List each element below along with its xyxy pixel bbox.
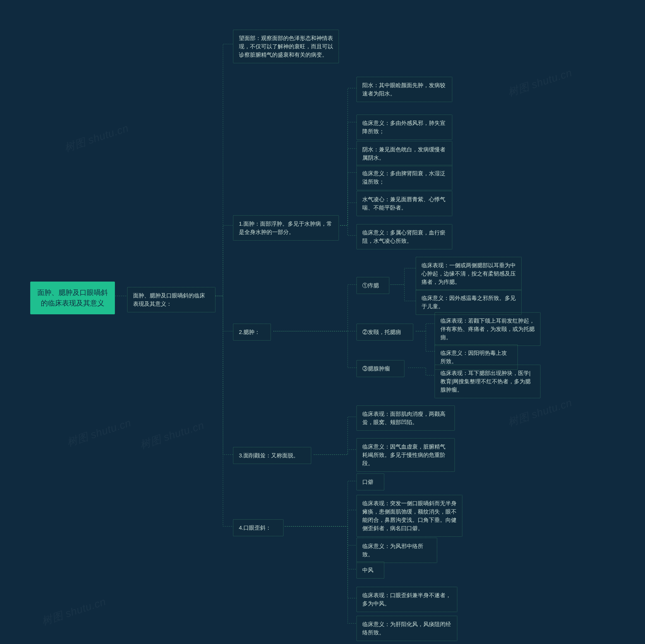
node-wang-mianbu[interactable]: 望面部：观察面部的色泽形态和神情表现，不仅可以了解神的衰旺，而且可以诊察脏腑精气… xyxy=(233,30,339,63)
node-zhongfeng-meaning[interactable]: 临床意义：为肝阳化风，风痰阻闭经络所致。 xyxy=(357,616,457,641)
root-node[interactable]: 面肿、腮肿及口眼喎斜的临床表现及其意义 xyxy=(30,282,115,314)
connector-lines xyxy=(0,0,645,644)
node-mianxiao-biaoxian[interactable]: 临床表现：面部肌肉消瘦，两颧高耸，眼窝、颊部凹陷。 xyxy=(357,405,455,431)
node-mianxiao-meaning[interactable]: 临床意义：因气血虚衰，脏腑精气耗竭所致。多见于慢性病的危重阶段。 xyxy=(357,438,455,472)
watermark: 树图 shutu.cn xyxy=(65,415,133,449)
node-fayi[interactable]: ②发颐，托腮痈 xyxy=(357,324,413,340)
watermark: 树图 shutu.cn xyxy=(62,121,131,155)
node-fayi-biaoxian[interactable]: 临床表现：若颧下颌上耳前发红肿起，伴有寒热、疼痛者，为发颐，或为托腮痈。 xyxy=(435,312,541,346)
node-kouyanwaixie[interactable]: 4.口眼歪斜： xyxy=(233,519,283,536)
watermark: 树图 shutu.cn xyxy=(506,395,574,429)
node-yangshui[interactable]: 阳水：其中眼睑颜面先肿，发病较速者为阳水。 xyxy=(357,77,452,102)
node-shuiqilingxin-meaning[interactable]: 临床意义：多属心肾阳衰，血行瘀阻，水气凌心所致。 xyxy=(357,224,452,249)
node-saixianzhongliu-biaoxian[interactable]: 临床表现：耳下腮部出现肿块，医学|教育|网搜集整理不红不热者，多为腮腺肿瘤。 xyxy=(435,365,541,398)
node-zhasai[interactable]: ①痄腮 xyxy=(357,277,389,294)
node-yangshui-meaning[interactable]: 临床意义：多由外感风邪，肺失宣降所致； xyxy=(357,114,452,140)
watermark: 树图 shutu.cn xyxy=(40,594,108,628)
node-mianzhong[interactable]: 1.面肿：面部浮肿。多见于水肿病，常是全身水肿的一部分。 xyxy=(233,215,339,241)
node-saixianzhongliu[interactable]: ③腮腺肿瘤 xyxy=(357,360,404,377)
node-yinshui[interactable]: 阴水：兼见面色㿠白，发病缓慢者属阴水。 xyxy=(357,141,452,166)
node-koubi[interactable]: 口僻 xyxy=(357,473,384,491)
node-shuiqilingxin[interactable]: 水气凌心：兼见面唇青紫、心悸气喘、不能平卧者。 xyxy=(357,191,452,216)
watermark: 树图 shutu.cn xyxy=(138,418,206,452)
node-yinshui-meaning[interactable]: 临床意义：多由脾肾阳衰，水湿泛溢所致； xyxy=(357,165,452,190)
node-zhasai-meaning[interactable]: 临床意义：因外感温毒之邪所致。多见于儿童。 xyxy=(416,290,521,315)
node-zhongfeng-biaoxian[interactable]: 临床表现：口眼歪斜兼半身不遂者，多为中风。 xyxy=(357,587,457,612)
node-mianxiao[interactable]: 3.面削颧耸：又称面脱。 xyxy=(233,447,311,464)
watermark: 树图 shutu.cn xyxy=(506,65,574,99)
node-koubi-biaoxian[interactable]: 临床表现：突发一侧口眼喎斜而无半身瘫痪，患侧面肌弛缓，额纹消失，眼不能闭合，鼻唇… xyxy=(357,495,462,537)
node-saizhong[interactable]: 2.腮肿： xyxy=(233,324,271,340)
node-zhasai-biaoxian[interactable]: 临床表现：一侧或两侧腮部以耳垂为中心肿起，边缘不清，按之有柔韧感及压痛者，为痄腮… xyxy=(416,257,521,290)
node-intro[interactable]: 面肿、腮肿及口眼喎斜的临床表现及其意义： xyxy=(127,287,215,312)
node-koubi-meaning[interactable]: 临床意义：为风邪中络所致。 xyxy=(357,538,437,563)
node-zhongfeng[interactable]: 中风 xyxy=(357,562,384,579)
